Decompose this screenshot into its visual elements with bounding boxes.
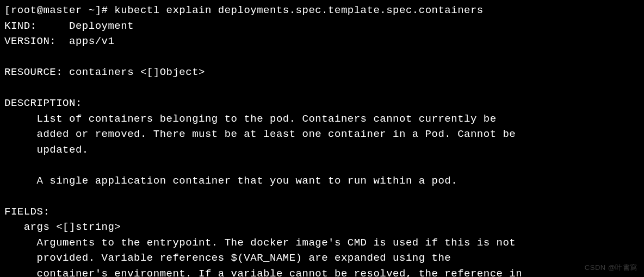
field-description: Arguments to the entrypoint. The docker … xyxy=(4,235,640,251)
field-description: container's environment. If a variable c… xyxy=(4,266,640,278)
version-line: VERSION: apps/v1 xyxy=(4,34,640,49)
description-text: A single application container that you … xyxy=(4,173,640,189)
blank-line xyxy=(4,80,640,96)
description-header: DESCRIPTION: xyxy=(4,96,640,111)
resource-line: RESOURCE: containers <[]Object> xyxy=(4,65,640,80)
field-name-args: args <[]string> xyxy=(4,219,640,235)
blank-line xyxy=(4,49,640,65)
watermark-text: CSDN @叶書寫 xyxy=(585,262,637,273)
shell-prompt: [root@master ~]# xyxy=(4,4,114,16)
fields-header: FIELDS: xyxy=(4,204,640,220)
description-text: updated. xyxy=(4,142,640,158)
description-text: List of containers belonging to the pod.… xyxy=(4,111,640,127)
description-text: added or removed. There must be at least… xyxy=(4,127,640,142)
blank-line xyxy=(4,158,640,173)
blank-line xyxy=(4,188,640,204)
field-description: provided. Variable references $(VAR_NAME… xyxy=(4,250,640,266)
prompt-line: [root@master ~]# kubectl explain deploym… xyxy=(4,3,640,18)
kind-line: KIND: Deployment xyxy=(4,18,640,34)
shell-command: kubectl explain deployments.spec.templat… xyxy=(114,4,483,16)
